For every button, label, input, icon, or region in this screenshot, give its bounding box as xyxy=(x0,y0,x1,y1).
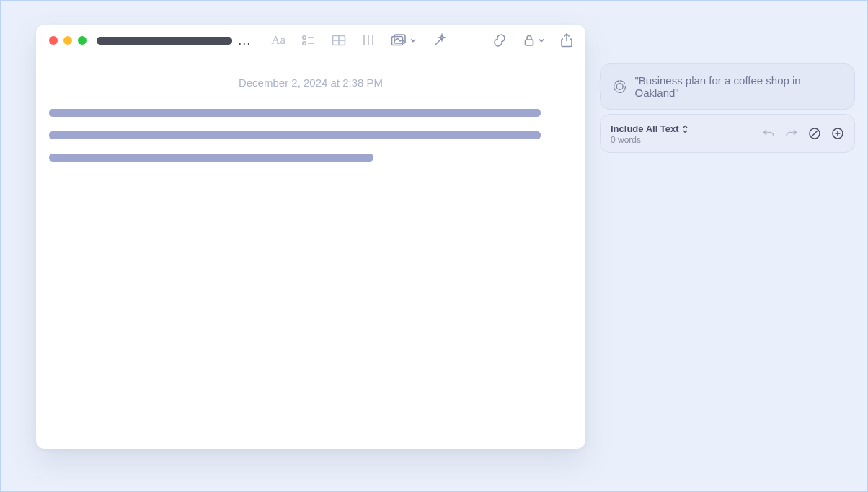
redo-button[interactable] xyxy=(785,128,798,139)
svg-point-2 xyxy=(303,42,306,45)
svg-point-13 xyxy=(616,84,623,90)
table-icon xyxy=(332,35,346,46)
title-ellipsis: ... xyxy=(238,37,251,45)
svg-line-15 xyxy=(812,131,818,136)
wand-icon xyxy=(433,33,447,48)
table-button[interactable] xyxy=(332,35,346,46)
share-icon xyxy=(561,33,572,48)
lock-button[interactable] xyxy=(523,34,545,47)
media-icon xyxy=(391,34,407,47)
chevron-down-icon xyxy=(409,37,417,44)
assistant-options-bar: Include All Text 0 words xyxy=(600,114,855,153)
titlebar: ... Aa xyxy=(36,25,585,56)
redo-icon xyxy=(785,128,798,139)
cancel-button[interactable] xyxy=(808,127,821,140)
assistant-prompt-bubble[interactable]: "Business plan for a coffee shop in Oakl… xyxy=(600,63,855,110)
chevron-down-icon xyxy=(538,37,545,44)
include-scope-control[interactable]: Include All Text 0 words xyxy=(611,122,762,145)
notes-window: ... Aa xyxy=(36,25,585,449)
plus-circle-icon xyxy=(831,127,844,140)
note-body[interactable] xyxy=(36,89,585,162)
editor-toolbar: Aa xyxy=(271,33,572,48)
window-controls xyxy=(49,36,87,45)
text-line-placeholder xyxy=(49,154,373,162)
link-icon xyxy=(492,34,508,47)
wand-button[interactable] xyxy=(433,33,447,48)
lock-icon xyxy=(523,34,535,47)
add-button[interactable] xyxy=(831,127,844,140)
text-format-icon: Aa xyxy=(271,33,285,48)
minimize-window-button[interactable] xyxy=(63,36,72,45)
text-line-placeholder xyxy=(49,109,541,117)
close-window-button[interactable] xyxy=(49,36,58,45)
cancel-icon xyxy=(808,127,821,140)
svg-point-0 xyxy=(303,36,306,40)
media-button[interactable] xyxy=(391,34,417,47)
text-line-placeholder xyxy=(49,131,541,139)
include-scope-label: Include All Text xyxy=(611,123,679,134)
undo-icon xyxy=(762,128,775,139)
note-title-placeholder xyxy=(97,37,232,45)
share-button[interactable] xyxy=(561,33,572,48)
note-timestamp: December 2, 2024 at 2:38 PM xyxy=(36,76,585,89)
updown-icon xyxy=(682,125,688,133)
word-count-label: 0 words xyxy=(611,135,762,145)
undo-button[interactable] xyxy=(762,128,775,139)
checklist-button[interactable] xyxy=(301,34,316,47)
assistant-panel: "Business plan for a coffee shop in Oakl… xyxy=(600,63,855,153)
chatgpt-icon xyxy=(612,79,627,95)
align-icon xyxy=(362,34,375,47)
zoom-window-button[interactable] xyxy=(78,36,87,45)
svg-rect-12 xyxy=(526,40,533,45)
assistant-prompt-text: "Business plan for a coffee shop in Oakl… xyxy=(634,74,843,99)
align-button[interactable] xyxy=(362,34,375,47)
checklist-icon xyxy=(301,34,316,47)
text-format-button[interactable]: Aa xyxy=(271,33,285,48)
link-button[interactable] xyxy=(492,34,508,47)
